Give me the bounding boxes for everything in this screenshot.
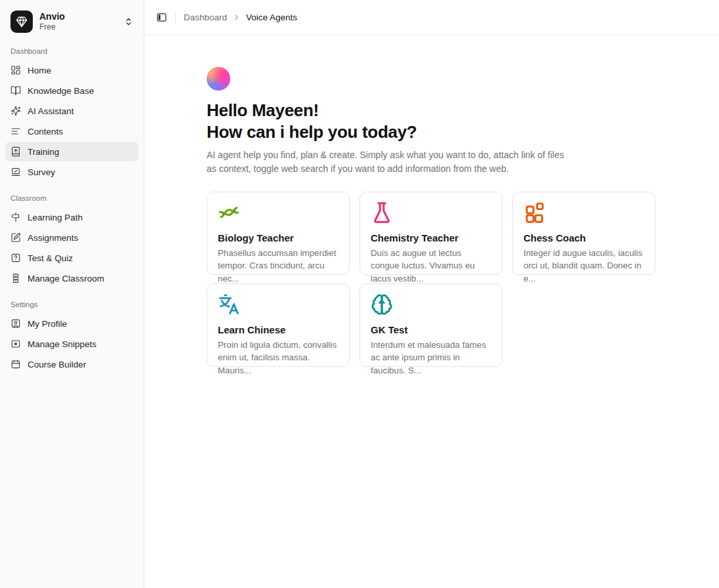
sidebar-item-manage-snippets[interactable]: Manage Snippets (5, 334, 138, 354)
sidebar-item-test-quiz[interactable]: Test & Quiz (5, 248, 138, 268)
chevrons-up-down-icon[interactable] (124, 17, 133, 26)
agent-card-description: Integer id augue iaculis, iaculis orci u… (524, 247, 644, 285)
layout-dashboard-icon (10, 65, 21, 75)
sidebar-item-label: Learning Path (28, 213, 83, 222)
sidebar-item-label: Training (28, 147, 59, 157)
sidebar-item-training[interactable]: Training (5, 142, 138, 161)
hero-greeting: Hello Mayeen! (207, 100, 706, 121)
sidebar-item-label: Test & Quiz (28, 253, 73, 263)
sidebar-item-label: Home (28, 66, 51, 75)
agent-card-title: GK Test (371, 324, 491, 335)
breadcrumb-parent[interactable]: Dashboard (184, 12, 227, 22)
sidebar-section-label-classroom: Classroom (0, 182, 144, 207)
sidebar-item-label: Contents (28, 127, 63, 136)
survey-check-icon (10, 167, 21, 177)
breadcrumb-current: Voice Agents (246, 12, 297, 22)
agent-card-description: Proin id ligula dictum, convallis enim u… (218, 339, 339, 377)
sidebar-item-ai-assistant[interactable]: AI Assistant (5, 101, 138, 121)
workspace-name: Anvio (39, 11, 117, 22)
sidebar-item-knowledge-base[interactable]: Knowledge Base (5, 81, 138, 100)
sidebar-item-course-builder[interactable]: Course Builder (5, 354, 138, 374)
snippet-panel-icon (10, 339, 21, 349)
content: Hello Mayeen! How can i help you today? … (144, 35, 719, 367)
languages-icon (218, 293, 339, 318)
workspace-plan: Free (39, 22, 117, 32)
agent-card-chess-coach[interactable]: Chess CoachInteger id augue iaculis, iac… (512, 192, 655, 275)
book-up-icon (10, 146, 21, 157)
agent-card-biology-teacher[interactable]: Biology TeacherPhasellus accumsan imperd… (207, 192, 350, 275)
workspace-switcher[interactable]: Anvio Free (8, 8, 136, 35)
agent-grid: Biology TeacherPhasellus accumsan imperd… (207, 192, 706, 367)
sidebar-item-label: Manage Snippets (28, 339, 96, 349)
classroom-rows-icon (10, 273, 21, 284)
blocks-icon (524, 201, 644, 226)
sidebar-item-label: My Profile (28, 319, 67, 329)
agent-card-description: Duis ac augue ut lectus congue luctus. V… (371, 247, 491, 285)
sidebar-section-label-dashboard: Dashboard (0, 35, 144, 60)
sidebar-item-label: Course Builder (28, 360, 86, 369)
hero-question: How can i help you today? (207, 121, 706, 143)
main-area: Dashboard Voice Agents Hello Mayeen! How… (144, 0, 719, 588)
agent-card-title: Chemistry Teacher (371, 232, 491, 243)
square-pen-icon (10, 232, 21, 243)
breadcrumb: Dashboard Voice Agents (184, 12, 297, 22)
sparkles-icon (10, 106, 21, 116)
calendar-icon (10, 359, 21, 369)
hero-description: AI agent help you find, plan & create. S… (207, 148, 564, 176)
panel-left-icon[interactable] (156, 12, 167, 23)
agent-card-title: Chess Coach (524, 232, 644, 243)
dna-icon (218, 201, 339, 226)
sidebar-item-assignments[interactable]: Assignments (5, 228, 138, 247)
gradient-orb (207, 67, 230, 91)
square-question-icon (10, 253, 21, 263)
sidebar-item-survey[interactable]: Survey (5, 162, 138, 182)
sidebar-item-manage-classroom[interactable]: Manage Classroom (5, 268, 138, 288)
top-header: Dashboard Voice Agents (144, 0, 719, 35)
hero-title: Hello Mayeen! How can i help you today? (207, 100, 706, 143)
sidebar-item-my-profile[interactable]: My Profile (5, 314, 138, 333)
sidebar-section-label-settings: Settings (0, 289, 144, 314)
workspace-text: Anvio Free (39, 11, 117, 32)
header-divider (175, 12, 176, 23)
sidebar-item-contents[interactable]: Contents (5, 121, 138, 141)
agent-card-description: Phasellus accumsan imperdiet tempor. Cra… (218, 247, 339, 285)
sidebar-item-learning-path[interactable]: Learning Path (5, 207, 138, 227)
agent-card-title: Learn Chinese (218, 324, 339, 335)
sidebar-item-home[interactable]: Home (5, 60, 138, 80)
book-open-icon (10, 85, 21, 96)
sidebar-item-label: Assignments (28, 233, 78, 243)
sidebar-item-label: Survey (28, 167, 55, 177)
agent-card-gk-test[interactable]: GK TestInterdum et malesuada fames ac an… (360, 284, 503, 367)
agent-card-description: Interdum et malesuada fames ac ante ipsu… (371, 339, 491, 377)
gem-icon (16, 16, 28, 28)
brain-icon (371, 293, 491, 318)
sidebar-item-label: Knowledge Base (28, 86, 94, 96)
flask-icon (371, 201, 491, 226)
sidebar-item-label: AI Assistant (28, 106, 74, 116)
user-card-icon (10, 318, 21, 329)
chevron-right-icon (232, 13, 241, 22)
sidebar-sections: DashboardHomeKnowledge BaseAI AssistantC… (0, 35, 144, 374)
agent-card-title: Biology Teacher (218, 232, 339, 243)
sidebar-item-label: Manage Classroom (28, 274, 104, 284)
anvio-logo (10, 10, 33, 33)
lines-icon (10, 126, 21, 136)
agent-card-chemistry-teacher[interactable]: Chemistry TeacherDuis ac augue ut lectus… (360, 192, 503, 275)
agent-card-learn-chinese[interactable]: Learn ChineseProin id ligula dictum, con… (207, 284, 350, 367)
sidebar: Anvio Free DashboardHomeKnowledge BaseAI… (0, 0, 144, 588)
signpost-icon (10, 212, 21, 222)
